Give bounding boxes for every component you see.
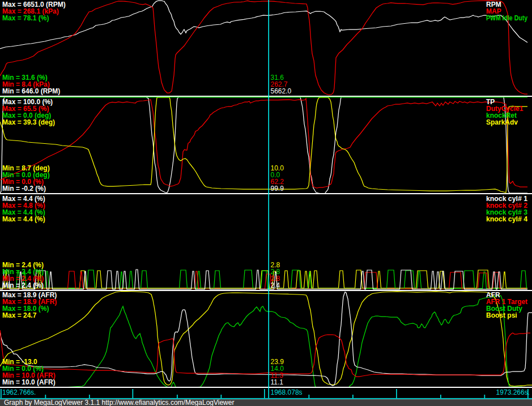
svg-text:Min = 10.0 (AFR): Min = 10.0 (AFR) [2, 378, 56, 386]
svg-text:1968.078s: 1968.078s [271, 388, 303, 396]
svg-text:PWM Idle Duty: PWM Idle Duty [486, 14, 527, 22]
svg-text:Max = 4.4 (%): Max = 4.4 (%) [2, 215, 45, 223]
svg-text:Graph by MegaLogViewer 3.1.1 h: Graph by MegaLogViewer 3.1.1 http://www.… [4, 399, 234, 406]
svg-text:1973.266s.: 1973.266s. [496, 388, 530, 396]
svg-text:Min = 646.0 (RPM): Min = 646.0 (RPM) [2, 87, 60, 95]
svg-text:2.4: 2.4 [271, 281, 280, 289]
svg-text:knock cyl# 4: knock cyl# 4 [486, 215, 527, 223]
svg-text:SparkAdv: SparkAdv [486, 118, 518, 126]
svg-text:Max = 39.3 (deg): Max = 39.3 (deg) [2, 118, 55, 126]
svg-text:5662.0: 5662.0 [271, 87, 292, 95]
svg-text:Boost psi: Boost psi [486, 311, 517, 319]
svg-text:99.9: 99.9 [271, 185, 284, 193]
svg-text:Max = 24.7: Max = 24.7 [2, 311, 37, 319]
svg-text:Max = 78.1 (%): Max = 78.1 (%) [2, 14, 49, 22]
svg-text:11.1: 11.1 [271, 378, 284, 386]
svg-text:Min = 2.4 (%): Min = 2.4 (%) [2, 281, 44, 289]
svg-text:1962.766s.: 1962.766s. [2, 388, 36, 396]
svg-text:Min = -0.2 (%): Min = -0.2 (%) [2, 185, 46, 193]
